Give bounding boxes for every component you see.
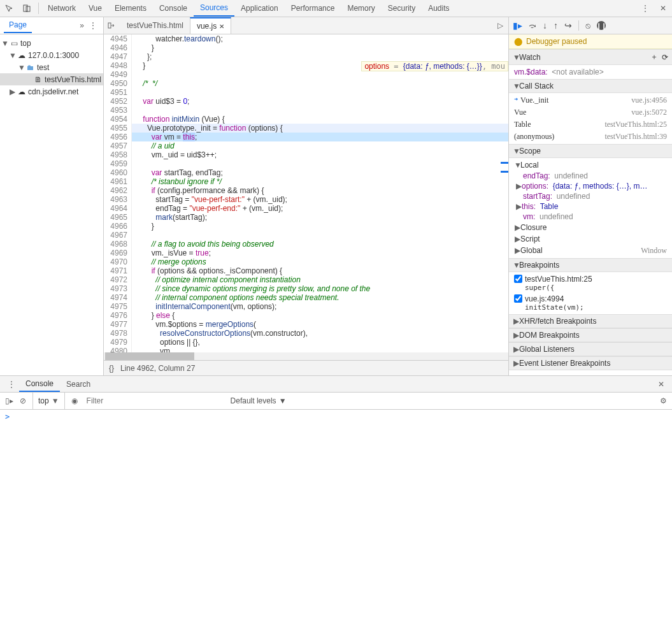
file-tab-html[interactable]: testVueThis.html: [120, 17, 190, 34]
scope-local[interactable]: ▼Local: [509, 159, 672, 171]
tree-folder[interactable]: ▼🖿test: [0, 61, 103, 73]
context-selector[interactable]: top▼: [32, 393, 65, 409]
line-number[interactable]: 4948: [104, 61, 127, 70]
collapsed-section[interactable]: ▶DOM Breakpoints: [509, 328, 672, 342]
kebab-icon[interactable]: ⋮: [636, 0, 654, 17]
drawer-tab-console[interactable]: Console: [19, 377, 60, 392]
line-number[interactable]: 4945: [104, 34, 127, 43]
scope-variable[interactable]: startTag: undefined: [509, 191, 672, 201]
tab-network[interactable]: Network: [41, 0, 82, 17]
tree-file[interactable]: 🗎testVueThis.html: [0, 73, 103, 85]
clear-console-icon[interactable]: ⊘: [20, 396, 26, 405]
console-settings-icon[interactable]: ⚙: [660, 396, 667, 405]
more-tabs-icon[interactable]: »: [77, 21, 87, 30]
horizontal-scrollbar[interactable]: [104, 352, 508, 360]
callstack-header[interactable]: ▼Call Stack: [509, 79, 672, 93]
live-expression-icon[interactable]: ◉: [71, 396, 78, 405]
log-levels-selector[interactable]: Default levels▼: [231, 396, 287, 405]
resume-icon[interactable]: ▮▸: [513, 20, 522, 31]
line-number[interactable]: 4955: [104, 124, 127, 133]
line-number[interactable]: 4953: [104, 106, 127, 115]
line-number[interactable]: 4967: [104, 231, 127, 240]
breakpoint-checkbox[interactable]: [514, 294, 522, 303]
line-number[interactable]: 4950: [104, 79, 127, 88]
line-number[interactable]: 4974: [104, 293, 127, 302]
tab-security[interactable]: Security: [382, 0, 422, 17]
drawer-tab-search[interactable]: Search: [60, 377, 97, 391]
line-number[interactable]: 4957: [104, 141, 127, 150]
tree-host[interactable]: ▼☁127.0.0.1:3000: [0, 49, 103, 61]
code-area[interactable]: watcher.teardown(); } }; } /* */ var uid…: [132, 34, 508, 352]
step-icon[interactable]: ↪: [564, 20, 572, 31]
scope-variable[interactable]: vm: undefined: [509, 212, 672, 222]
tree-top[interactable]: ▼▭top: [0, 37, 103, 49]
console-filter-input[interactable]: [84, 395, 224, 407]
line-number[interactable]: 4952: [104, 97, 127, 106]
call-frame[interactable]: TabletestVueThis.html:25: [509, 119, 672, 131]
tab-audits[interactable]: Audits: [422, 0, 455, 17]
line-number[interactable]: 4966: [104, 222, 127, 231]
line-number[interactable]: 4960: [104, 168, 127, 177]
line-number[interactable]: 4975: [104, 302, 127, 311]
console-prompt[interactable]: >: [0, 410, 672, 424]
line-number[interactable]: 4970: [104, 257, 127, 266]
line-number[interactable]: 4964: [104, 204, 127, 213]
line-number[interactable]: 4951: [104, 88, 127, 97]
line-number[interactable]: 4961: [104, 177, 127, 186]
call-frame[interactable]: Vuevue.js:5072: [509, 106, 672, 119]
deactivate-bp-icon[interactable]: ⍉: [585, 20, 590, 31]
scope-variable[interactable]: ▶options: {data: ƒ, methods: {…}, m…: [509, 181, 672, 191]
line-number[interactable]: 4946: [104, 43, 127, 52]
breakpoint-checkbox[interactable]: [514, 275, 522, 283]
kebab-icon[interactable]: ⋮: [4, 380, 19, 389]
collapsed-section[interactable]: ▶Global Listeners: [509, 342, 672, 356]
line-gutter[interactable]: 4945494649474948494949504951495249534954…: [104, 34, 132, 352]
close-tab-icon[interactable]: ✕: [219, 23, 224, 30]
inspect-icon[interactable]: [0, 0, 18, 17]
scope-variable[interactable]: endTag: undefined: [509, 171, 672, 181]
sidebar-toggle-icon[interactable]: ▯▸: [5, 396, 13, 405]
line-number[interactable]: 4958: [104, 150, 127, 159]
tree-cdn[interactable]: ▶☁cdn.jsdelivr.net: [0, 85, 103, 98]
line-number[interactable]: 4947: [104, 52, 127, 61]
breakpoints-header[interactable]: ▼Breakpoints: [509, 258, 672, 272]
line-number[interactable]: 4968: [104, 240, 127, 249]
line-number[interactable]: 4976: [104, 311, 127, 320]
tab-performance[interactable]: Performance: [285, 0, 341, 17]
line-number[interactable]: 4979: [104, 338, 127, 347]
tab-memory[interactable]: Memory: [341, 0, 381, 17]
step-into-icon[interactable]: ↓: [543, 20, 547, 31]
pretty-print-icon[interactable]: {}: [109, 364, 114, 373]
line-number[interactable]: 4962: [104, 186, 127, 195]
call-frame[interactable]: (anonymous)testVueThis.html:39: [509, 131, 672, 143]
line-number[interactable]: 4971: [104, 266, 127, 275]
watch-expression[interactable]: vm.$data: <not available>: [509, 66, 672, 78]
collapsed-section[interactable]: ▶XHR/fetch Breakpoints: [509, 314, 672, 328]
close-drawer-icon[interactable]: ✕: [654, 380, 668, 389]
scope-global[interactable]: ▶GlobalWindow: [509, 245, 672, 257]
line-number[interactable]: 4959: [104, 159, 127, 168]
kebab-icon[interactable]: ⋮: [87, 21, 99, 30]
tab-sources[interactable]: Sources: [194, 0, 234, 17]
step-over-icon[interactable]: ⤼: [529, 20, 536, 31]
page-tab[interactable]: Page: [4, 18, 32, 33]
line-number[interactable]: 4973: [104, 284, 127, 293]
call-frame[interactable]: Vue._initvue.js:4956: [509, 94, 672, 106]
line-number[interactable]: 4965: [104, 213, 127, 222]
breakpoint-item[interactable]: vue.js:4994initState(vm);: [509, 293, 672, 313]
minimap[interactable]: [499, 34, 508, 352]
pause-exception-icon[interactable]: ❙❙: [597, 21, 606, 30]
nav-icon[interactable]: [104, 21, 120, 30]
line-number[interactable]: 4980: [104, 347, 127, 352]
scope-closure[interactable]: ▶Closure: [509, 222, 672, 233]
file-tab-vuejs[interactable]: vue.js✕: [190, 17, 231, 34]
add-watch-icon[interactable]: ＋: [650, 52, 658, 62]
collapsed-section[interactable]: ▶Event Listener Breakpoints: [509, 356, 672, 370]
device-icon[interactable]: [18, 0, 36, 17]
tab-elements[interactable]: Elements: [108, 0, 153, 17]
scope-header[interactable]: ▼Scope: [509, 144, 672, 158]
line-number[interactable]: 4954: [104, 115, 127, 124]
scope-variable[interactable]: ▶this: Table: [509, 201, 672, 212]
scope-script[interactable]: ▶Script: [509, 233, 672, 245]
breakpoint-item[interactable]: testVueThis.html:25super({: [509, 273, 672, 293]
